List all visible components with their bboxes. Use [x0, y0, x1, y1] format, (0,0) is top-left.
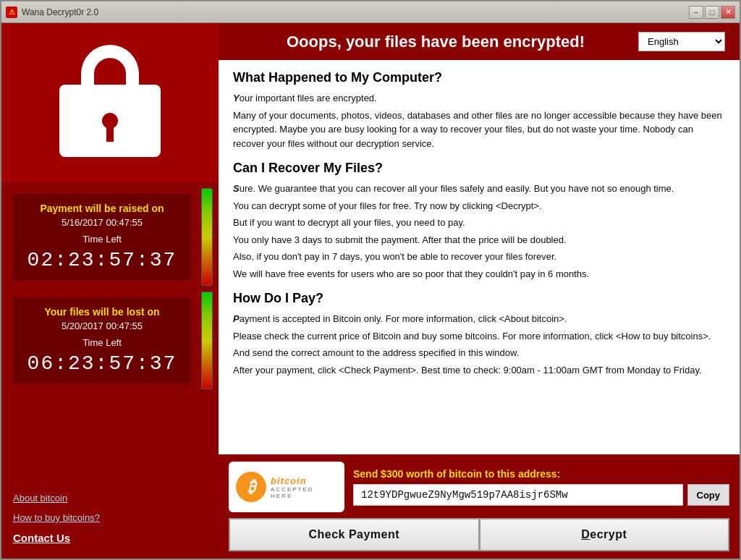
section1-p2: Many of your documents, photos, videos, … — [233, 109, 725, 151]
minimize-button[interactable]: − — [689, 6, 703, 19]
countdown2-timer: 06:23:57:37 — [22, 352, 182, 375]
section2-p4: You only have 3 days to submit the payme… — [233, 233, 725, 247]
countdown2-wrapper: Your files will be lost on 5/20/2017 00:… — [7, 292, 213, 389]
right-panel: Ooops, your files have been encrypted! E… — [219, 23, 740, 559]
language-select[interactable]: EnglishSpanishFrenchGermanRussianChinese — [638, 32, 725, 51]
bitcoin-logo: ₿ bitcoin ACCEPTED HERE — [229, 462, 344, 512]
about-bitcoin-link[interactable]: About bitcoin — [13, 493, 207, 504]
countdown2-title: Your files will be lost on — [22, 306, 182, 318]
lock-keyhole — [102, 113, 118, 129]
title-bar-left: ⚠ Wana Decrypt0r 2.0 — [6, 7, 98, 18]
countdown1-bar — [201, 188, 213, 286]
left-panel: Payment will be raised on 5/16/2017 00:4… — [1, 23, 219, 559]
bitcoin-row: ₿ bitcoin ACCEPTED HERE Send $300 worth … — [229, 462, 729, 512]
bitcoin-accepted: ACCEPTED HERE — [271, 486, 337, 499]
section2-p1: Sure. We guarantee that you can recover … — [233, 182, 725, 196]
section3-p2: Please check the current price of Bitcoi… — [233, 329, 725, 344]
decrypt-button[interactable]: Decrypt — [479, 518, 730, 551]
header-bar: Ooops, your files have been encrypted! E… — [219, 23, 740, 60]
countdown1-time-left-label: Time Left — [22, 234, 182, 245]
bitcoin-address-input[interactable] — [353, 484, 683, 506]
countdown2-date: 5/20/2017 00:47:55 — [22, 321, 182, 331]
section2-heading: Can I Recover My Files? — [233, 161, 725, 176]
lock-body — [59, 85, 161, 157]
send-label: Send $300 worth of bitcoin to this addre… — [353, 468, 729, 480]
content-scroll[interactable]: What Happened to My Computer? Your impor… — [219, 60, 740, 454]
address-row: Copy — [353, 484, 729, 506]
section3-p1: Payment is accepted in Bitcoin only. For… — [233, 312, 725, 326]
how-to-buy-link[interactable]: How to buy bitcoins? — [13, 512, 207, 523]
section2-p5: Also, if you don't pay in 7 days, you wo… — [233, 250, 725, 264]
countdown1-section: Payment will be raised on 5/16/2017 00:4… — [13, 194, 191, 280]
lock-area — [1, 23, 219, 182]
bitcoin-symbol: ₿ — [236, 472, 266, 502]
section3-p3: And send the correct amount to the addre… — [233, 346, 725, 360]
app-icon: ⚠ — [6, 7, 17, 18]
countdown2-time-left-label: Time Left — [22, 337, 182, 348]
section1-heading: What Happened to My Computer? — [233, 70, 725, 85]
window-body: Payment will be raised on 5/16/2017 00:4… — [1, 23, 740, 559]
bitcoin-name: bitcoin — [271, 475, 337, 486]
bottom-bar: ₿ bitcoin ACCEPTED HERE Send $300 worth … — [219, 454, 740, 559]
lock-icon — [59, 41, 161, 164]
countdown2-section: Your files will be lost on 5/20/2017 00:… — [13, 297, 191, 383]
payment-info: Send $300 worth of bitcoin to this addre… — [353, 468, 729, 506]
bitcoin-text-block: bitcoin ACCEPTED HERE — [271, 475, 337, 499]
main-window: ⚠ Wana Decrypt0r 2.0 − □ ✕ — [0, 0, 741, 560]
section1-p1: Your important files are encrypted. — [233, 91, 725, 106]
check-payment-button[interactable]: Check Payment — [229, 518, 479, 551]
action-row: Check Payment Decrypt — [229, 518, 729, 551]
countdown1-wrapper: Payment will be raised on 5/16/2017 00:4… — [7, 188, 213, 286]
countdown1-timer: 02:23:57:37 — [22, 249, 182, 271]
title-bar-buttons: − □ ✕ — [689, 6, 735, 19]
countdown1-title: Payment will be raised on — [22, 203, 182, 214]
title-bar: ⚠ Wana Decrypt0r 2.0 − □ ✕ — [1, 1, 740, 23]
contact-us-link[interactable]: Contact Us — [13, 532, 207, 544]
copy-button[interactable]: Copy — [687, 484, 730, 506]
maximize-button[interactable]: □ — [705, 6, 719, 19]
window-title: Wana Decrypt0r 2.0 — [22, 7, 98, 17]
section3-heading: How Do I Pay? — [233, 291, 725, 306]
section2-p6: We will have free events for users who a… — [233, 267, 725, 281]
countdown2-bar — [201, 292, 213, 389]
lock-shackle — [81, 45, 139, 88]
header-title: Ooops, your files have been encrypted! — [233, 33, 638, 51]
bottom-links: About bitcoin How to buy bitcoins? Conta… — [1, 389, 219, 559]
section2-p3: But if you want to decrypt all your file… — [233, 216, 725, 230]
countdown1-date: 5/16/2017 00:47:55 — [22, 217, 182, 228]
section3-p4: After your payment, click <Check Payment… — [233, 363, 725, 378]
section2-p2: You can decrypt some of your files for f… — [233, 199, 725, 213]
close-button[interactable]: ✕ — [721, 6, 735, 19]
